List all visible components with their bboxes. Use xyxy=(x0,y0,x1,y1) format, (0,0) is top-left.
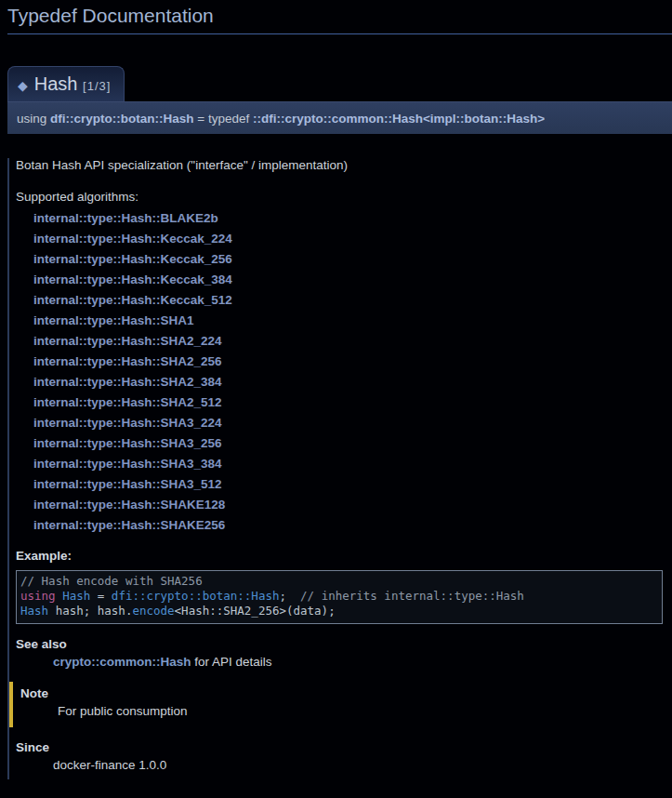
algorithm-link[interactable]: internal::type::Hash::SHAKE128 xyxy=(33,495,663,515)
code-plain: ; xyxy=(279,589,300,603)
see-also-content: crypto::common::Hash for API details xyxy=(53,655,663,669)
member-tab: ◆Hash [1/3] xyxy=(7,66,125,101)
code-comment: // Hash encode with SHA256 xyxy=(20,574,203,588)
algorithm-link[interactable]: internal::type::Hash::Keccak_512 xyxy=(33,290,663,311)
algorithm-link[interactable]: internal::type::Hash::SHA1 xyxy=(33,311,663,331)
see-also-section: See also crypto::common::Hash for API de… xyxy=(16,637,663,669)
algorithm-link[interactable]: internal::type::Hash::Keccak_224 xyxy=(33,229,663,249)
proto-equals-typedef: = typedef xyxy=(194,112,253,126)
member-documentation: Botan Hash API specialization ("interfac… xyxy=(7,158,672,779)
algorithm-link[interactable]: internal::type::Hash::SHA2_224 xyxy=(33,331,663,352)
note-section: Note For public consumption xyxy=(9,682,663,727)
see-also-text: for API details xyxy=(191,655,272,669)
page-title: Typedef Documentation xyxy=(7,5,672,34)
code-link-botan-hash[interactable]: dfi::crypto::botan::Hash xyxy=(112,589,280,603)
algorithm-list: internal::type::Hash::BLAKE2b internal::… xyxy=(33,208,663,536)
code-block: // Hash encode with SHA256 using Hash = … xyxy=(16,570,663,624)
algorithm-link[interactable]: internal::type::Hash::Keccak_256 xyxy=(33,249,663,270)
code-link-hash[interactable]: Hash xyxy=(62,589,90,603)
algorithm-link[interactable]: internal::type::Hash::BLAKE2b xyxy=(33,208,663,229)
example-section: Example: xyxy=(16,549,663,563)
member-tab-count: [1/3] xyxy=(83,79,111,93)
code-plain: <Hash::SHA2_256>(data); xyxy=(175,604,336,618)
algorithm-link[interactable]: internal::type::Hash::SHA2_512 xyxy=(33,392,663,413)
proto-using-keyword: using xyxy=(17,112,50,126)
since-section: Since docker-finance 1.0.0 xyxy=(16,740,663,772)
since-text: docker-finance 1.0.0 xyxy=(53,758,663,772)
typedef-member-hash: ◆Hash [1/3] using dfi::crypto::botan::Ha… xyxy=(7,66,672,779)
algorithm-link[interactable]: internal::type::Hash::SHA2_384 xyxy=(33,372,663,392)
see-also-link[interactable]: crypto::common::Hash xyxy=(53,655,191,669)
algorithm-link[interactable]: internal::type::Hash::SHA3_224 xyxy=(33,413,663,433)
algorithm-link[interactable]: internal::type::Hash::SHA2_256 xyxy=(33,352,663,372)
algorithm-link[interactable]: internal::type::Hash::SHA3_384 xyxy=(33,454,663,474)
member-prototype: using dfi::crypto::botan::Hash = typedef… xyxy=(7,101,672,134)
member-tab-name: Hash xyxy=(34,73,78,94)
note-label: Note xyxy=(20,686,663,700)
since-label: Since xyxy=(16,740,663,754)
supported-algorithms-label: Supported algorithms: xyxy=(16,190,663,204)
see-also-label: See also xyxy=(16,637,663,651)
algorithm-link[interactable]: internal::type::Hash::SHA3_256 xyxy=(33,433,663,454)
code-link-hash[interactable]: Hash xyxy=(20,604,48,618)
algorithm-link[interactable]: internal::type::Hash::Keccak_384 xyxy=(33,270,663,290)
doc-brief: Botan Hash API specialization ("interfac… xyxy=(16,158,663,172)
code-keyword-using: using xyxy=(20,589,56,603)
code-plain: hash; hash. xyxy=(48,604,132,618)
algorithm-link[interactable]: internal::type::Hash::SHA3_512 xyxy=(33,474,663,495)
code-comment: // inherits internal::type::Hash xyxy=(300,589,524,603)
code-plain: = xyxy=(90,589,112,603)
code-link-encode[interactable]: encode xyxy=(132,604,174,618)
algorithm-link[interactable]: internal::type::Hash::SHAKE256 xyxy=(33,515,663,536)
proto-target-type: ::dfi::crypto::common::Hash<impl::botan:… xyxy=(253,112,545,126)
example-label: Example: xyxy=(16,549,663,563)
anchor-diamond-icon[interactable]: ◆ xyxy=(18,78,28,93)
note-text: For public consumption xyxy=(58,704,663,718)
proto-typedef-name: dfi::crypto::botan::Hash xyxy=(50,112,193,126)
